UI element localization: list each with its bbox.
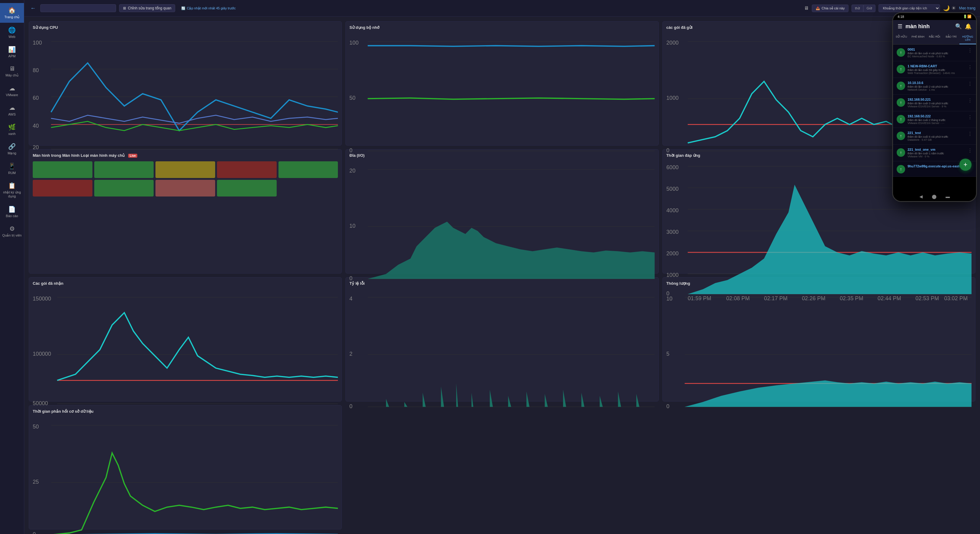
item-content: 192.168.50.222 thăm dò lần cuối 2 tháng … bbox=[908, 114, 965, 124]
list-item[interactable]: ↑ 221_test thăm dò lần cuối 6 vài phút t… bbox=[893, 128, 976, 145]
report-icon: 📄 bbox=[8, 206, 16, 213]
mobile-search-icon[interactable]: 🔍 bbox=[955, 23, 962, 30]
dashboard-dropdown[interactable] bbox=[40, 4, 116, 12]
item-more-icon[interactable]: ⋮ bbox=[967, 148, 972, 153]
item-more-icon[interactable]: ⋮ bbox=[967, 114, 972, 120]
mobile-back-btn[interactable]: ◀ bbox=[920, 194, 923, 199]
mobile-fab-button[interactable]: + bbox=[959, 159, 972, 171]
svg-text:0: 0 bbox=[33, 531, 36, 534]
mobile-header: ☰ màn hình 🔍 🔔 bbox=[893, 20, 976, 33]
svg-text:100000: 100000 bbox=[33, 351, 51, 357]
item-more-icon[interactable]: ⋮ bbox=[967, 48, 972, 53]
svg-text:50: 50 bbox=[33, 424, 39, 430]
item-sub: thăm dò lần cuối 3 vài phút trước bbox=[908, 102, 965, 105]
mobile-recent-btn[interactable]: ▬ bbox=[946, 194, 950, 199]
mobile-list: ↑ 0001 thăm dò lần cuối 4 vài phút trước… bbox=[893, 45, 976, 177]
packets-received-chart-container: 150000 100000 50000 01:52 PM 02:10 PM 02… bbox=[33, 288, 338, 411]
item-name: 192.168.50.221 bbox=[908, 98, 965, 101]
monitor-cell-2[interactable] bbox=[94, 161, 154, 178]
item-sub: thăm dò lần cuối 4 vài phút trước bbox=[908, 52, 965, 55]
item-more-icon[interactable]: ⋮ bbox=[967, 98, 972, 104]
refresh-label: Cập nhật mới nhất 45 giây trước bbox=[187, 6, 235, 10]
sidebar-item-label: Web bbox=[8, 35, 15, 38]
sidebar-item-web[interactable]: 🌐 Web bbox=[0, 23, 24, 42]
sidebar-item-label: Mạng bbox=[8, 151, 16, 155]
svg-text:20: 20 bbox=[349, 168, 355, 174]
monitor-cell-1[interactable] bbox=[33, 161, 92, 178]
svg-text:2: 2 bbox=[349, 351, 352, 357]
cpu-widget: Sử dụng CPU 100 80 60 40 20 bbox=[29, 21, 342, 145]
memory-chart: 100 50 0 02:06 PM 02:21 PM 02:36 PM 02:5… bbox=[349, 32, 655, 155]
item-sub: thăm dò lần cuối 1 năm trước bbox=[908, 152, 965, 155]
edit-dashboard-button[interactable]: ⊞ Chỉnh sửa trang tổng quan bbox=[119, 4, 175, 12]
mobile-bell-icon[interactable]: 🔔 bbox=[965, 23, 972, 30]
sidebar-item-nhatky[interactable]: 📋 nhật ký ứng dụng bbox=[0, 178, 24, 202]
item-name: 9hu772w99g.execute-api.us-east-1... bbox=[908, 164, 965, 168]
svg-text:0: 0 bbox=[667, 403, 670, 410]
item-type: Web Transaction (Browser) · 14641 ms bbox=[908, 72, 965, 75]
item-more-icon[interactable]: ⋮ bbox=[967, 81, 972, 87]
item-more-icon[interactable]: ⋮ bbox=[967, 131, 972, 137]
back-button[interactable]: ← bbox=[29, 4, 37, 13]
sidebar-item-baocao[interactable]: 📄 Báo cáo bbox=[0, 202, 24, 222]
mobile-fab-container: + bbox=[893, 177, 976, 192]
list-item[interactable]: ↑ 192.168.50.221 thăm dò lần cuối 3 vài … bbox=[893, 95, 976, 111]
list-item[interactable]: ↑ 192.168.50.222 thăm dò lần cuối 2 thán… bbox=[893, 111, 976, 128]
monitor-cell-4[interactable] bbox=[217, 161, 277, 178]
item-more-icon[interactable]: ⋮ bbox=[967, 64, 972, 70]
item-status-icon: ↑ bbox=[897, 165, 905, 174]
monitor-cell-8[interactable] bbox=[156, 180, 215, 196]
list-item[interactable]: ↑ 0001 thăm dò lần cuối 4 vài phút trước… bbox=[893, 45, 976, 61]
svg-text:5: 5 bbox=[667, 351, 670, 357]
sidebar-item-vmware[interactable]: ☁ VMware bbox=[0, 81, 24, 100]
sidebar-item-mang[interactable]: 🔗 Mạng bbox=[0, 139, 24, 159]
monitor-cell-7[interactable] bbox=[94, 180, 154, 196]
sidebar-item-home[interactable]: 🏠 Trang chủ bbox=[0, 3, 24, 23]
item-sub: thăm dò lần cuối 2 tháng trước bbox=[908, 119, 965, 121]
svg-text:0: 0 bbox=[349, 275, 352, 281]
sidebar-item-label: VMware bbox=[6, 93, 18, 97]
item-name: 221_test_one_vm bbox=[908, 148, 965, 151]
sidebar-item-apm[interactable]: 📊 APM bbox=[0, 42, 24, 62]
mobile-tab-phebinh[interactable]: PHÊ BÌNH bbox=[910, 33, 926, 44]
item-content: 221_test_one_vm thăm dò lần cuối 1 năm t… bbox=[908, 148, 965, 158]
mobile-tab-racroi[interactable]: RẮC RỐI bbox=[926, 33, 943, 44]
svg-text:0: 0 bbox=[349, 403, 352, 410]
sidebar-item-quantri[interactable]: ⚙ Quản trị viên bbox=[0, 222, 24, 241]
monitor-cell-9[interactable] bbox=[217, 180, 277, 196]
sidebar-item-aws[interactable]: ☁ AWS bbox=[0, 100, 24, 120]
mobile-device: 4:18 🔋📶 ☰ màn hình 🔍 🔔 SỞ HỮU PHÊ BÌNH R… bbox=[892, 12, 977, 202]
svg-text:60: 60 bbox=[33, 95, 39, 101]
item-type: Datastore · 0.47 GB bbox=[908, 138, 965, 141]
list-item[interactable]: ↑ 10.10.10.6 thăm dò lần cuối 2 vài phút… bbox=[893, 78, 976, 95]
sidebar-item-maychu[interactable]: 🖥 Máy chủ bbox=[0, 62, 24, 81]
item-sub: thăm dò lần cuối 6 vài phút trước bbox=[908, 135, 965, 138]
cpu-title: Sử dụng CPU bbox=[33, 25, 338, 30]
monitor-cell-5[interactable] bbox=[278, 161, 338, 178]
mobile-home-btn[interactable]: ⬤ bbox=[932, 194, 937, 199]
disk-io-widget: Đĩa (I/O) 20 10 0 01:50 ... 02:07 PM 02:… bbox=[345, 149, 659, 274]
time-btn-gio[interactable]: Giờ bbox=[863, 5, 875, 12]
item-content: 221_test thăm dò lần cuối 6 vài phút trư… bbox=[908, 131, 965, 141]
mobile-menu-icon[interactable]: ☰ bbox=[897, 23, 902, 30]
svg-text:10: 10 bbox=[667, 296, 673, 302]
share-button[interactable]: 📤 Chia sẻ cái này bbox=[812, 5, 848, 12]
monitor-cell-6[interactable] bbox=[33, 180, 92, 196]
sidebar-item-xanh[interactable]: 🌿 xanh bbox=[0, 120, 24, 139]
sidebar-item-rum[interactable]: 📱 RUM bbox=[0, 159, 24, 178]
time-toggle: thờ Giờ bbox=[851, 5, 875, 12]
time-btn-tho[interactable]: thờ bbox=[851, 5, 863, 12]
mobile-tab-baotri[interactable]: BẢO TRÌ bbox=[943, 33, 959, 44]
list-item[interactable]: ↑ 1 NEW-RBM-CART thăm dò lần cuối 59 giâ… bbox=[893, 61, 976, 78]
mobile-tab-sohuu[interactable]: SỞ HỮU bbox=[893, 33, 910, 44]
monitor-cell-3[interactable] bbox=[156, 161, 215, 178]
web-icon: 🌐 bbox=[8, 26, 16, 33]
vmware-icon: ☁ bbox=[9, 84, 15, 92]
svg-text:6000: 6000 bbox=[667, 164, 678, 171]
mobile-tab-huongle[interactable]: HƯỚNG LÊN bbox=[959, 33, 976, 44]
share-label: Chia sẻ cái này bbox=[821, 6, 845, 10]
svg-text:50: 50 bbox=[349, 95, 355, 101]
svg-text:2000: 2000 bbox=[667, 250, 678, 257]
xanh-icon: 🌿 bbox=[8, 123, 16, 131]
monitor-icon: 🖥 bbox=[804, 5, 809, 11]
